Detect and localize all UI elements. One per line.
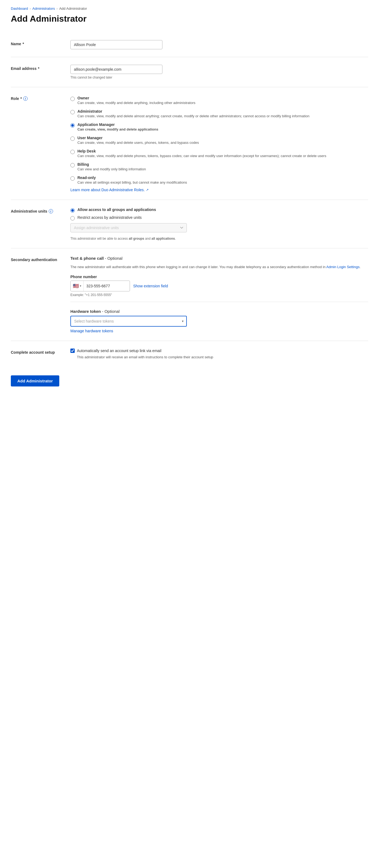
role-section: Role * i Owner Can create, view, modify … xyxy=(11,87,368,200)
complete-setup-content: Automatically send an account setup link… xyxy=(70,348,368,359)
name-field-content xyxy=(70,40,368,49)
role-radio-administrator[interactable] xyxy=(70,110,75,114)
breadcrumb-sep-2: › xyxy=(57,7,58,10)
breadcrumb: Dashboard › Administrators › Add Adminis… xyxy=(11,6,368,10)
complete-setup-label: Complete account setup xyxy=(11,350,60,354)
admin-units-option-restrict: Restrict access by administrative units xyxy=(70,215,368,220)
breadcrumb-administrators[interactable]: Administrators xyxy=(32,6,55,10)
email-section: Email address * This cannot be changed l… xyxy=(11,57,368,87)
admin-units-label-restrict: Restrict access by administrative units xyxy=(77,215,141,220)
phone-example: Example: "+1 201-555-5555" xyxy=(70,293,368,297)
section-divider xyxy=(70,302,368,302)
email-label: Email address * xyxy=(11,66,60,71)
hardware-token-section: Hardware token - Optional Select hardwar… xyxy=(70,309,368,333)
role-option-owner: Owner Can create, view, modify and delet… xyxy=(70,96,368,105)
email-hint: This cannot be changed later xyxy=(70,75,368,79)
role-radio-help-desk[interactable] xyxy=(70,150,75,154)
admin-units-hint: This administrator will be able to acces… xyxy=(70,237,368,241)
role-label-read-only: Read-only Can view all settings except b… xyxy=(77,176,187,184)
role-option-application-manager: Application Manager Can create, view, mo… xyxy=(70,122,368,131)
role-label-administrator: Administrator Can create, view, modify a… xyxy=(77,109,309,118)
role-radio-billing[interactable] xyxy=(70,163,75,167)
hardware-token-select[interactable]: Select hardware tokens xyxy=(70,316,187,327)
admin-units-section: Administrative units i Allow access to a… xyxy=(11,200,368,248)
manage-hardware-tokens-link[interactable]: Manage hardware tokens xyxy=(70,329,368,333)
role-radio-read-only[interactable] xyxy=(70,176,75,181)
secondary-auth-content: Text & phone call - Optional The new adm… xyxy=(70,256,368,333)
role-field-content: Owner Can create, view, modify and delet… xyxy=(70,95,368,192)
admin-units-info-icon[interactable]: i xyxy=(49,209,53,213)
auto-send-checkbox[interactable] xyxy=(70,348,75,353)
phone-input-wrapper: 🇺🇸 ▾ xyxy=(70,281,130,291)
page-title: Add Administrator xyxy=(11,14,368,24)
auto-send-row: Automatically send an account setup link… xyxy=(70,348,368,353)
role-option-help-desk: Help Desk Can create, view, modify and d… xyxy=(70,149,368,158)
add-administrator-button[interactable]: Add Administrator xyxy=(11,375,59,386)
assign-admin-units-select[interactable]: Assign administrative units xyxy=(70,223,187,232)
role-option-user-manager: User Manager Can create, view, modify an… xyxy=(70,136,368,145)
name-input[interactable] xyxy=(70,40,162,49)
role-info-icon[interactable]: i xyxy=(23,96,28,101)
admin-units-option-all: Allow access to all groups and applicati… xyxy=(70,208,368,213)
auth-title: Text & phone call - Optional xyxy=(70,256,368,260)
role-radio-application-manager[interactable] xyxy=(70,123,75,128)
admin-units-radio-restrict[interactable] xyxy=(70,216,75,220)
complete-setup-section: Complete account setup Automatically sen… xyxy=(11,341,368,367)
learn-more-roles-link[interactable]: Learn more about Duo Administrative Role… xyxy=(70,188,149,192)
secondary-auth-label: Secondary authentication xyxy=(11,257,60,262)
secondary-auth-section: Secondary authentication Text & phone ca… xyxy=(11,248,368,341)
role-radio-group: Owner Can create, view, modify and delet… xyxy=(70,96,368,184)
breadcrumb-dashboard[interactable]: Dashboard xyxy=(11,6,28,10)
email-input[interactable] xyxy=(70,65,162,74)
phone-row: 🇺🇸 ▾ Show extension field xyxy=(70,281,368,291)
phone-section: Phone number 🇺🇸 ▾ Show extension field E… xyxy=(70,275,368,297)
auth-desc: The new administrator will authenticate … xyxy=(70,264,368,270)
admin-login-settings-link[interactable]: Admin Login Settings xyxy=(326,265,359,269)
external-link-icon: ↗ xyxy=(146,188,149,192)
role-radio-owner[interactable] xyxy=(70,97,75,101)
name-label: Name * xyxy=(11,42,60,46)
name-section: Name * xyxy=(11,32,368,57)
role-label-billing: Billing Can view and modify only billing… xyxy=(77,162,146,171)
role-label-application-manager: Application Manager Can create, view, mo… xyxy=(77,122,158,131)
email-field-content: This cannot be changed later xyxy=(70,65,368,79)
role-label: Role * i xyxy=(11,96,60,101)
role-option-administrator: Administrator Can create, view, modify a… xyxy=(70,109,368,118)
hardware-token-title: Hardware token - Optional xyxy=(70,309,368,314)
chevron-down-icon: ▾ xyxy=(80,284,81,287)
role-label-help-desk: Help Desk Can create, view, modify and d… xyxy=(77,149,326,158)
admin-units-content: Allow access to all groups and applicati… xyxy=(70,208,368,241)
show-extension-link[interactable]: Show extension field xyxy=(133,284,168,288)
role-label-owner: Owner Can create, view, modify and delet… xyxy=(77,96,195,105)
hardware-select-wrapper: Select hardware tokens ▾ xyxy=(70,316,187,327)
breadcrumb-sep-1: › xyxy=(30,7,31,10)
flag-emoji: 🇺🇸 xyxy=(73,283,79,289)
phone-number-input[interactable] xyxy=(84,282,130,290)
admin-units-radio-all[interactable] xyxy=(70,208,75,213)
role-option-billing: Billing Can view and modify only billing… xyxy=(70,162,368,171)
role-label-user-manager: User Manager Can create, view, modify an… xyxy=(77,136,199,145)
setup-hint: This administrator will receive an email… xyxy=(77,355,368,359)
phone-flag-select[interactable]: 🇺🇸 ▾ xyxy=(71,281,84,291)
admin-units-label: Administrative units i xyxy=(11,209,60,213)
admin-units-label-all: Allow access to all groups and applicati… xyxy=(77,208,156,212)
role-option-read-only: Read-only Can view all settings except b… xyxy=(70,176,368,184)
auto-send-label: Automatically send an account setup link… xyxy=(77,348,161,353)
phone-label: Phone number xyxy=(70,275,368,279)
breadcrumb-current: Add Administrator xyxy=(59,6,87,10)
role-radio-user-manager[interactable] xyxy=(70,136,75,141)
